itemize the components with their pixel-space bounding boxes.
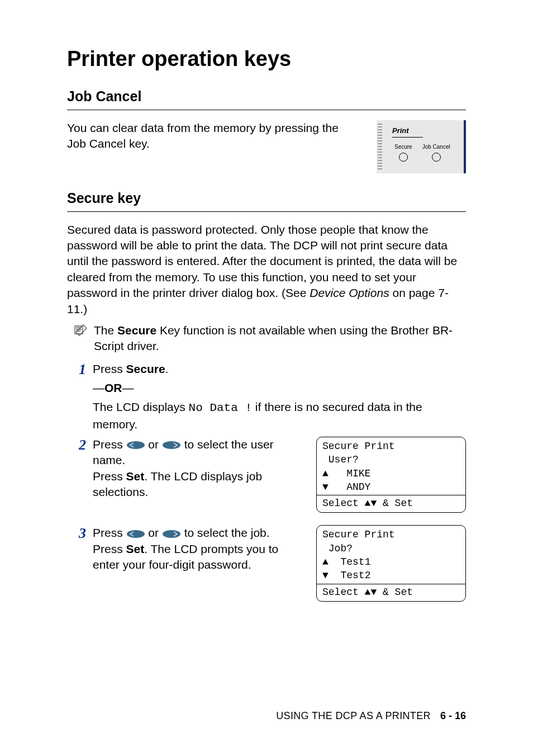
nav-left-icon: [126, 530, 145, 538]
lcd-footer: Select ▲▼ & Set: [317, 584, 465, 599]
page-footer: USING THE DCP AS A PRINTER 6 - 16: [276, 709, 466, 722]
or-line: —OR—: [93, 380, 466, 396]
print-panel: Print Secure Job Cancel: [377, 120, 466, 173]
step-number: 1: [70, 362, 86, 377]
section-rule: [67, 211, 466, 212]
lcd-item: Test2: [340, 570, 370, 581]
job-cancel-button-illustration: Job Cancel: [422, 143, 450, 162]
job-cancel-label: Job Cancel: [422, 144, 450, 150]
note-text: The Secure Key function is not available…: [94, 323, 466, 355]
up-arrow-icon: [322, 556, 329, 568]
lcd-job-select: Secure Print Job? Test1 Test2 Select ▲▼ …: [316, 525, 466, 601]
step-3-line2: Press Set. The LCD prompts you to enter …: [93, 541, 306, 573]
s1-bold: Secure: [126, 362, 165, 375]
lcd-line: MIKE: [322, 467, 460, 480]
note-icon: [73, 323, 88, 338]
section-heading-job-cancel: Job Cancel: [67, 87, 466, 106]
step-3: 3 Press or to select the job. Press Set.…: [67, 525, 466, 609]
s3-pre: Press: [93, 526, 126, 539]
up-arrow-icon: [322, 468, 329, 479]
print-panel-title: Print: [392, 126, 423, 138]
step-number: 2: [70, 438, 86, 452]
lcd-item: Test1: [340, 556, 370, 568]
binder-decoration: [378, 124, 382, 170]
section-rule: [67, 110, 466, 110]
s3-mid: or: [145, 526, 162, 539]
lcd-item: MIKE: [346, 468, 370, 479]
footer-page-number: 6 - 16: [440, 710, 466, 721]
lcd-line: ANDY: [322, 480, 460, 494]
job-cancel-button-circle: [432, 153, 441, 162]
lcd-line: Test2: [322, 569, 460, 582]
s3-l2-bold: Set: [126, 542, 145, 555]
s2-pre: Press: [93, 438, 126, 451]
lcd-footer: Select ▲▼ & Set: [317, 495, 465, 510]
nav-right-icon: [162, 530, 181, 538]
job-cancel-body: You can clear data from the memory by pr…: [67, 120, 360, 152]
note-bold: Secure: [117, 324, 156, 337]
secure-label: Secure: [394, 144, 412, 150]
lcd-line: Job?: [322, 542, 460, 555]
lcd-line: Secure Print: [322, 440, 460, 453]
or-dash: —: [93, 381, 104, 394]
s2-l2-bold: Set: [126, 470, 145, 483]
page-title: Printer operation keys: [67, 45, 466, 73]
s1-pre: Press: [93, 362, 126, 375]
nav-left-icon: [126, 441, 145, 450]
step-3-line1: Press or to select the job.: [93, 525, 306, 541]
step-2-line1: Press or to select the user name.: [93, 437, 306, 469]
job-cancel-row: You can clear data from the memory by pr…: [67, 120, 466, 173]
step-number: 3: [70, 526, 86, 541]
down-arrow-icon: [322, 570, 329, 581]
or-dash-2: —: [122, 381, 134, 394]
lcd-line: Test1: [322, 555, 460, 569]
note-row: The Secure Key function is not available…: [67, 323, 466, 355]
s1-alt-pre: The LCD displays: [93, 400, 189, 413]
step-1-alt: The LCD displays No Data ! if there is n…: [93, 399, 466, 432]
s2-mid: or: [145, 438, 162, 451]
steps-list: 1 Press Secure. —OR— The LCD displays No…: [67, 361, 466, 609]
lcd-user-select: Secure Print User? MIKE ANDY Select ▲▼ &…: [316, 437, 466, 513]
step-1: 1 Press Secure. —OR— The LCD displays No…: [67, 361, 466, 432]
secure-button-illustration: Secure: [394, 143, 412, 162]
device-options-link: Device Options: [310, 286, 389, 299]
secure-key-body: Secured data is password protected. Only…: [67, 222, 466, 317]
s2-l2-pre: Press: [93, 470, 126, 483]
footer-text: USING THE DCP AS A PRINTER: [276, 710, 431, 721]
nav-right-icon: [162, 441, 181, 450]
lcd-item: ANDY: [346, 481, 370, 493]
or-word: OR: [104, 381, 122, 394]
secure-button-circle: [399, 153, 408, 162]
s1-alt-mono: No Data !: [189, 401, 252, 414]
step-2: 2 Press or to select the user name. Pres…: [67, 437, 466, 521]
s1-post: .: [165, 362, 169, 375]
section-heading-secure-key: Secure key: [67, 189, 466, 208]
down-arrow-icon: [322, 481, 329, 493]
note-pre: The: [94, 324, 117, 337]
s3-post: to select the job.: [181, 526, 270, 539]
s3-l2-pre: Press: [93, 542, 126, 555]
step-1-line1: Press Secure.: [93, 361, 466, 377]
lcd-line: Secure Print: [322, 528, 460, 541]
step-2-line2: Press Set. The LCD displays job selectio…: [93, 469, 306, 500]
lcd-line: User?: [322, 453, 460, 466]
